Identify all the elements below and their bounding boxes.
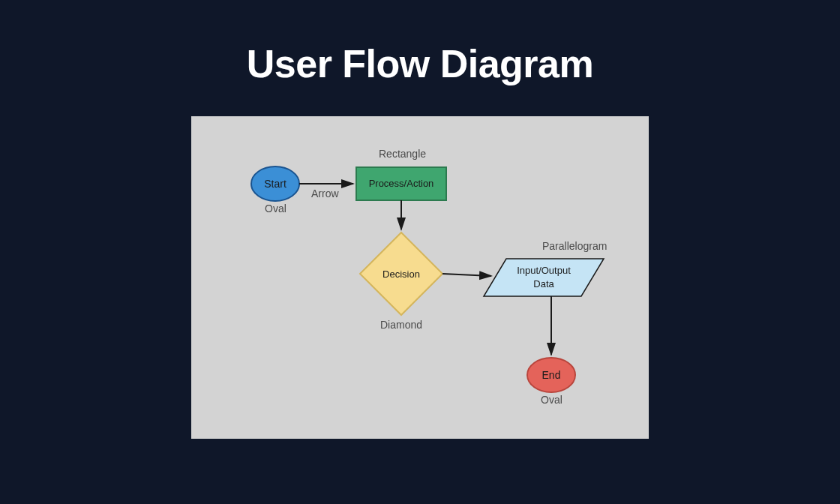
arrow-label-start-to-process: Arrow (311, 188, 339, 200)
end-shape-label: Oval (541, 394, 562, 406)
decision-node-text: Decision (382, 268, 420, 280)
flowchart-svg: Start Process/Action Decision Input/Outp… (191, 116, 649, 439)
page-title: User Flow Diagram (247, 41, 594, 86)
io-shape-label: Parallelogram (542, 240, 607, 252)
io-node-text-2: Data (533, 278, 554, 290)
start-shape-label: Oval (265, 202, 286, 214)
end-node-text: End (542, 369, 561, 381)
io-node-text-1: Input/Output (517, 265, 571, 276)
decision-shape-label: Diamond (380, 319, 422, 331)
process-node-text: Process/Action (369, 178, 434, 189)
diagram-canvas: Start Process/Action Decision Input/Outp… (191, 116, 649, 439)
start-node-text: Start (264, 178, 286, 190)
arrow-decision-to-io (442, 274, 491, 276)
process-shape-label: Rectangle (379, 148, 426, 160)
